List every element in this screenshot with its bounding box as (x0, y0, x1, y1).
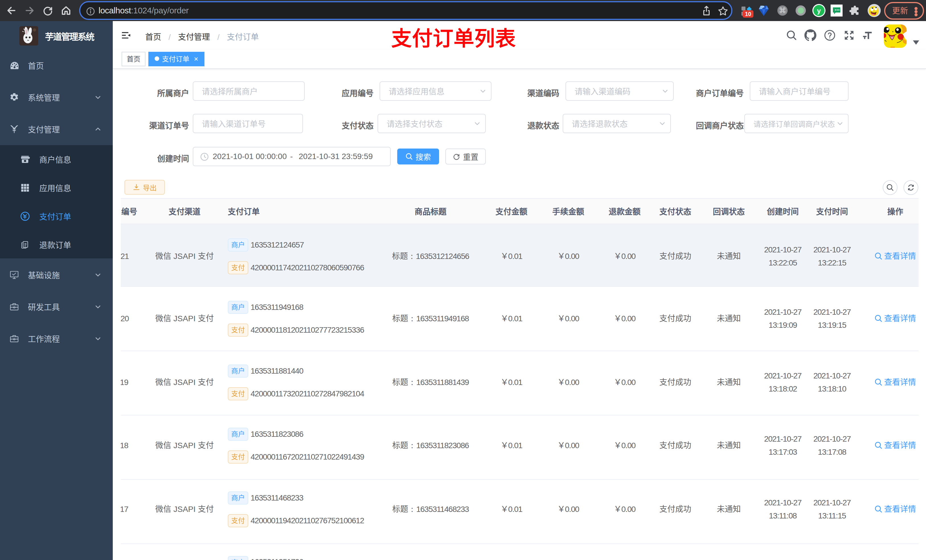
svg-text:⌘: ⌘ (779, 6, 786, 15)
svg-text:y: y (817, 7, 821, 15)
